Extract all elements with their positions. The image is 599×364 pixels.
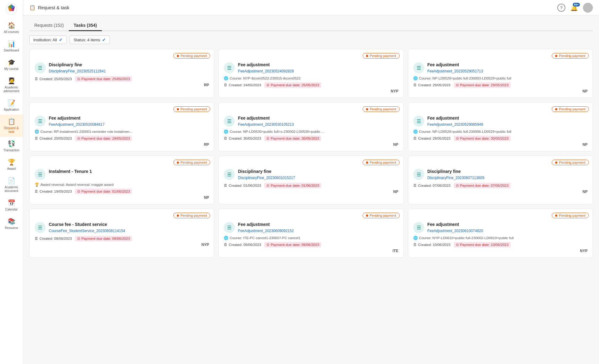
sidebar-item-request-task[interactable]: 📋 Request & task <box>0 115 23 137</box>
card-link[interactable]: FeeAdjustment_20230520084817 <box>49 122 105 127</box>
badge-dot <box>177 55 179 57</box>
sidebar: 🏠 All courses 📊 Dashboard 🎓 My course 🧑‍… <box>0 0 23 364</box>
status-filter[interactable]: Status: 4 items ✔ <box>70 35 110 44</box>
badge-dot <box>555 215 557 217</box>
badge-label: Pending payment <box>370 214 396 217</box>
tab-tasks[interactable]: Tasks (354) <box>69 20 102 31</box>
sidebar-label-request-task: Request & task <box>1 126 22 134</box>
task-card[interactable]: Pending payment ☰ Course fee - Student s… <box>29 209 214 258</box>
sidebar-item-transaction[interactable]: 💱 Transaction <box>0 137 23 155</box>
sidebar-item-calendar[interactable]: 📅 Calendar <box>0 196 23 215</box>
card-header: ☰ Fee adjustment FeeAdjustment_202305290… <box>413 62 588 74</box>
task-card[interactable]: Pending payment ☰ Fee adjustment FeeAdju… <box>408 49 593 98</box>
transaction-icon: 💱 <box>8 140 15 147</box>
card-due-date: ⊙ Payment due date: 10/06/2023 <box>454 242 511 247</box>
card-link[interactable]: FeeAdjustment_20230610074820 <box>427 229 483 233</box>
card-link[interactable]: FeeAdjustment_20230529051713 <box>427 69 483 73</box>
card-link[interactable]: FeeAdjustment_20230609092152 <box>238 229 294 233</box>
institution-filter[interactable]: Institution: All ✔ <box>29 35 67 44</box>
card-status-badge: Pending payment <box>552 106 589 112</box>
card-title-section: Fee adjustment FeeAdjustment_20230530105… <box>238 116 398 127</box>
due-icon: ⊙ <box>456 183 459 188</box>
task-card[interactable]: Pending payment ☰ Fee adjustment FeeAdju… <box>218 49 403 98</box>
tab-requests[interactable]: Requests (152) <box>29 20 69 31</box>
card-title: Disciplinary fine <box>427 169 588 174</box>
card-link[interactable]: DisciplinaryFine_20230601015217 <box>238 176 295 180</box>
sidebar-label-academic-document: Academic document <box>1 186 22 193</box>
badge-label: Pending payment <box>559 161 585 164</box>
task-card[interactable]: Pending payment ☰ Disciplinary fine Disc… <box>29 49 214 98</box>
card-title-section: Fee adjustment FeeAdjustment_20230524092… <box>238 62 398 74</box>
sidebar-item-application[interactable]: 📝 Application <box>0 96 23 115</box>
card-type-icon: ☰ <box>413 169 424 180</box>
card-link[interactable]: FeeAdjustment_20230529085949 <box>427 122 483 127</box>
card-title: Fee adjustment <box>238 222 398 227</box>
sidebar-item-academic-document[interactable]: 📄 Academic document <box>0 174 23 196</box>
card-type-icon: ☰ <box>413 116 424 127</box>
task-card[interactable]: Pending payment ☰ Fee adjustment FeeAdju… <box>408 209 593 258</box>
resource-icon: 📚 <box>8 218 15 225</box>
badge-dot <box>555 162 557 164</box>
card-title-section: Fee adjustment FeeAdjustment_20230529051… <box>427 62 588 74</box>
institution-filter-check: ✔ <box>59 37 63 42</box>
card-dates: 🗓 Created: 07/06/2023 ⊙ Payment due date… <box>413 183 588 188</box>
card-link[interactable]: CourseFee_StudentService_20230608114154 <box>49 229 125 233</box>
card-link[interactable]: DisciplinaryFine_20230525112841 <box>49 69 106 73</box>
academic-advisement-icon: 🧑‍🎓 <box>8 77 15 84</box>
badge-dot <box>555 55 557 57</box>
card-created-date: 🗓 Created: 20/05/2023 <box>35 136 72 141</box>
card-link[interactable]: FeeAdjustment_20230524092828 <box>238 69 294 73</box>
notification-bell[interactable]: 🔔 99+ <box>570 4 578 11</box>
task-card[interactable]: Pending payment ☰ Fee adjustment FeeAdju… <box>218 209 403 258</box>
help-button[interactable]: ? <box>557 4 565 12</box>
card-status-badge: Pending payment <box>363 53 400 59</box>
meta-icon: 🌐 <box>224 76 228 80</box>
card-created-date: 🗓 Created: 09/06/2023 <box>224 243 261 247</box>
sidebar-label-award: Award <box>7 167 16 171</box>
task-card[interactable]: Pending payment ☰ Disciplinary fine Disc… <box>218 156 403 204</box>
task-card[interactable]: Pending payment ☰ Fee adjustment FeeAdju… <box>218 102 403 151</box>
card-created-date: 🗓 Created: 01/06/2023 <box>224 183 261 188</box>
card-type-icon: ☰ <box>35 169 46 180</box>
calendar-icon: 📅 <box>8 199 15 207</box>
card-initials: NP <box>224 142 398 147</box>
topbar-actions: ? 🔔 99+ <box>557 3 593 13</box>
card-due-date: ⊙ Payment due date: 25/05/2023 <box>264 82 321 88</box>
card-meta: 🌐 Course: ITE-PC cancel1-230007-PC cance… <box>224 236 398 240</box>
card-link[interactable]: DisciplinaryFine_20230607113609 <box>427 176 485 180</box>
sidebar-item-award[interactable]: 🏆 Award <box>0 155 23 174</box>
card-initials: RP <box>35 142 209 147</box>
tab-bar: Requests (152)Tasks (354) <box>29 20 593 31</box>
user-avatar[interactable] <box>583 3 593 13</box>
task-card[interactable]: Pending payment ☰ Instalment - Tenure 1 … <box>29 156 214 204</box>
card-status-badge: Pending payment <box>173 160 210 165</box>
created-icon: 🗓 <box>413 136 417 141</box>
sidebar-item-resource[interactable]: 📚 Resource <box>0 215 23 233</box>
card-dates: 🗓 Created: 25/05/2023 ⊙ Payment due date… <box>35 76 209 82</box>
card-header: ☰ Fee adjustment FeeAdjustment_202305200… <box>35 116 209 127</box>
request-task-icon: 📋 <box>8 118 15 125</box>
task-card[interactable]: Pending payment ☰ Fee adjustment FeeAdju… <box>29 102 214 151</box>
sidebar-item-my-course[interactable]: 🎓 My course <box>0 55 23 74</box>
main-content: 📋 Request & task ? 🔔 99+ Requests (152)T… <box>23 0 599 364</box>
due-icon: ⊙ <box>456 243 459 247</box>
badge-dot <box>177 215 179 217</box>
task-card[interactable]: Pending payment ☰ Disciplinary fine Disc… <box>408 156 593 204</box>
app-logo[interactable] <box>6 3 17 15</box>
created-icon: 🗓 <box>224 83 227 87</box>
card-initials: NP <box>35 195 209 200</box>
card-title: Fee adjustment <box>427 116 588 121</box>
sidebar-label-all-courses: All courses <box>4 30 19 34</box>
task-card[interactable]: Pending payment ☰ Fee adjustment FeeAdju… <box>408 102 593 151</box>
card-link[interactable]: FeeAdjustment_20230530105213 <box>238 122 294 127</box>
sidebar-item-academic-advisement[interactable]: 🧑‍🎓 Academic advisement <box>0 74 23 96</box>
sidebar-item-all-courses[interactable]: 🏠 All courses <box>0 18 23 37</box>
my-course-icon: 🎓 <box>8 59 15 66</box>
card-grid: Pending payment ☰ Disciplinary fine Disc… <box>29 49 593 258</box>
card-title-section: Fee adjustment FeeAdjustment_20230610074… <box>427 222 588 233</box>
sidebar-item-dashboard[interactable]: 📊 Dashboard <box>0 37 23 55</box>
card-meta: 🌐 Course: NP-LD0529=public full-230006-L… <box>413 129 588 134</box>
card-initials: ITE <box>224 249 398 253</box>
created-icon: 🗓 <box>413 183 417 188</box>
badge-label: Pending payment <box>181 214 207 217</box>
